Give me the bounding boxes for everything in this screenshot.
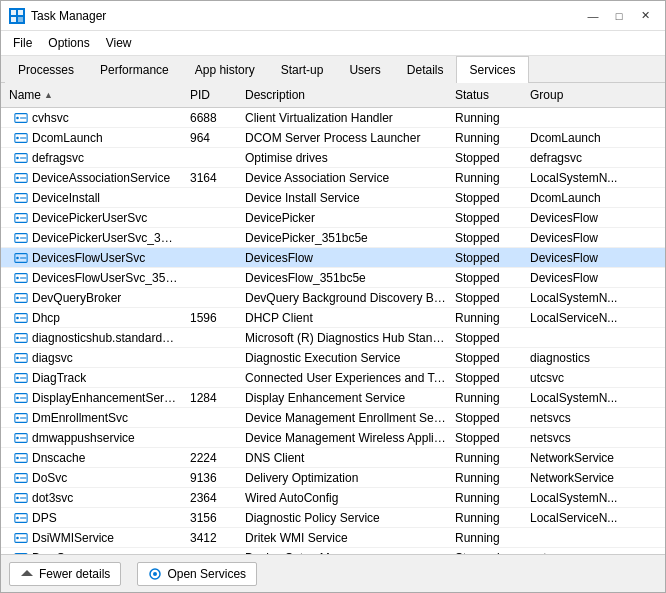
table-row[interactable]: DisplayEnhancementService 1284 Display E… (1, 388, 665, 408)
table-row[interactable]: dot3svc 2364 Wired AutoConfig Running Lo… (1, 488, 665, 508)
service-desc: Connected User Experiences and Tel... (241, 369, 451, 387)
service-desc: Microsoft (R) Diagnostics Hub Stand... (241, 329, 451, 347)
col-header-pid[interactable]: PID (186, 85, 241, 105)
table-row[interactable]: cvhsvc 6688 Client Virtualization Handle… (1, 108, 665, 128)
service-status: Running (451, 169, 526, 187)
service-name-cell: dmwappushservice (1, 427, 186, 449)
service-icon (13, 450, 29, 466)
table-row[interactable]: DevicePickerUserSvc DevicePicker Stopped… (1, 208, 665, 228)
col-header-name[interactable]: Name ▲ (1, 85, 186, 105)
close-button[interactable]: ✕ (633, 6, 657, 26)
service-name: dot3svc (32, 491, 73, 505)
service-status: Running (451, 309, 526, 327)
service-name-cell: Dnscache (1, 447, 186, 469)
table-header: Name ▲ PID Description Status Group (1, 83, 665, 108)
svg-point-65 (16, 516, 19, 519)
service-pid: 3156 (186, 509, 241, 527)
service-pid: 1284 (186, 389, 241, 407)
table-row[interactable]: diagnosticshub.standardco... Microsoft (… (1, 328, 665, 348)
col-header-desc[interactable]: Description (241, 85, 451, 105)
service-group: netsvcs (526, 409, 646, 427)
service-pid (186, 196, 241, 200)
table-row[interactable]: DoSvc 9136 Delivery Optimization Running… (1, 468, 665, 488)
table-row[interactable]: DcomLaunch 964 DCOM Server Process Launc… (1, 128, 665, 148)
table-row[interactable]: DevicesFlowUserSvc_351bc5e DevicesFlow_3… (1, 268, 665, 288)
svg-point-56 (16, 456, 19, 459)
service-desc: Delivery Optimization (241, 469, 451, 487)
minimize-button[interactable]: — (581, 6, 605, 26)
service-desc: Display Enhancement Service (241, 389, 451, 407)
menu-view[interactable]: View (98, 33, 140, 53)
service-status: Running (451, 509, 526, 527)
maximize-button[interactable]: □ (607, 6, 631, 26)
table-row[interactable]: DeviceInstall Device Install Service Sto… (1, 188, 665, 208)
open-services-button[interactable]: Open Services (137, 562, 257, 586)
service-name-cell: DisplayEnhancementService (1, 387, 186, 409)
col-header-group[interactable]: Group (526, 85, 646, 105)
table-row[interactable]: DiagTrack Connected User Experiences and… (1, 368, 665, 388)
svg-point-62 (16, 496, 19, 499)
table-row[interactable]: DeviceAssociationService 3164 Device Ass… (1, 168, 665, 188)
svg-point-53 (16, 436, 19, 439)
table-row[interactable]: Dnscache 2224 DNS Client Running Network… (1, 448, 665, 468)
svg-point-68 (16, 536, 19, 539)
service-status: Stopped (451, 289, 526, 307)
service-status: Running (451, 529, 526, 547)
svg-point-32 (16, 296, 19, 299)
service-desc: Client Virtualization Handler (241, 109, 451, 127)
fewer-details-button[interactable]: Fewer details (9, 562, 121, 586)
svg-point-35 (16, 316, 19, 319)
service-desc: DevicesFlow (241, 249, 451, 267)
service-name: defragsvc (32, 151, 84, 165)
menu-file[interactable]: File (5, 33, 40, 53)
service-name-cell: DsiWMIService (1, 527, 186, 549)
service-name-cell: DmEnrollmentSvc (1, 407, 186, 429)
service-desc: DevQuery Background Discovery Br... (241, 289, 451, 307)
tab-app-history[interactable]: App history (182, 56, 268, 83)
service-pid: 9136 (186, 469, 241, 487)
tab-details[interactable]: Details (394, 56, 457, 83)
menu-options[interactable]: Options (40, 33, 97, 53)
service-name: diagnosticshub.standardco... (32, 331, 178, 345)
table-row[interactable]: Dhcp 1596 DHCP Client Running LocalServi… (1, 308, 665, 328)
service-icon (13, 330, 29, 346)
tab-performance[interactable]: Performance (87, 56, 182, 83)
table-row[interactable]: DevQueryBroker DevQuery Background Disco… (1, 288, 665, 308)
tab-users[interactable]: Users (336, 56, 393, 83)
service-name-cell: dot3svc (1, 487, 186, 509)
services-table-body[interactable]: cvhsvc 6688 Client Virtualization Handle… (1, 108, 665, 554)
window-title: Task Manager (31, 9, 106, 23)
table-row[interactable]: DevicePickerUserSvc_351bc... DevicePicke… (1, 228, 665, 248)
col-header-status[interactable]: Status (451, 85, 526, 105)
tab-services[interactable]: Services (456, 56, 528, 83)
table-row[interactable]: dmwappushservice Device Management Wirel… (1, 428, 665, 448)
open-services-label: Open Services (167, 567, 246, 581)
tab-startup[interactable]: Start-up (268, 56, 337, 83)
task-manager-window: Task Manager — □ ✕ File Options View Pro… (0, 0, 666, 593)
service-icon (13, 490, 29, 506)
service-pid: 6688 (186, 109, 241, 127)
table-row[interactable]: DevicesFlowUserSvc DevicesFlow Stopped D… (1, 248, 665, 268)
service-icon (13, 370, 29, 386)
table-row[interactable]: diagsvc Diagnostic Execution Service Sto… (1, 348, 665, 368)
table-row[interactable]: defragsvc Optimise drives Stopped defrag… (1, 148, 665, 168)
service-pid (186, 416, 241, 420)
service-name-cell: defragsvc (1, 147, 186, 169)
fewer-details-label: Fewer details (39, 567, 110, 581)
svg-marker-73 (21, 570, 33, 576)
service-name: DoSvc (32, 471, 67, 485)
service-name-cell: DevicePickerUserSvc (1, 207, 186, 229)
tab-processes[interactable]: Processes (5, 56, 87, 83)
table-row[interactable]: DsiWMIService 3412 Dritek WMI Service Ru… (1, 528, 665, 548)
service-icon (13, 230, 29, 246)
service-group: utcsvc (526, 369, 646, 387)
service-status: Running (451, 449, 526, 467)
service-desc: Device Management Enrollment Ser... (241, 409, 451, 427)
table-row[interactable]: DPS 3156 Diagnostic Policy Service Runni… (1, 508, 665, 528)
service-status: Stopped (451, 409, 526, 427)
service-name: diagsvc (32, 351, 73, 365)
svg-rect-1 (18, 10, 23, 15)
service-status: Stopped (451, 189, 526, 207)
service-pid (186, 216, 241, 220)
table-row[interactable]: DmEnrollmentSvc Device Management Enroll… (1, 408, 665, 428)
